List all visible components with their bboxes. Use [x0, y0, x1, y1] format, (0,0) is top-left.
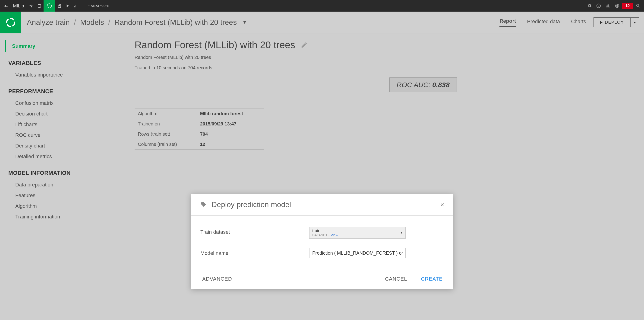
advanced-button[interactable]: ADVANCED	[202, 276, 232, 282]
train-dataset-label: Train dataset	[200, 227, 309, 235]
modal-overlay: Deploy prediction model × Train dataset …	[0, 0, 644, 320]
tag-icon	[200, 201, 207, 208]
close-icon[interactable]: ×	[440, 201, 444, 208]
model-name-label: Model name	[200, 248, 309, 256]
modal-title: Deploy prediction model	[212, 200, 291, 209]
cancel-button[interactable]: CANCEL	[385, 276, 407, 282]
train-dataset-value: train	[312, 228, 402, 233]
chevron-down-icon: ▼	[400, 231, 403, 234]
train-dataset-type: DATASET	[312, 233, 328, 237]
model-name-input[interactable]	[309, 248, 406, 258]
deploy-modal: Deploy prediction model × Train dataset …	[191, 194, 453, 289]
create-button[interactable]: CREATE	[421, 276, 443, 282]
train-dataset-view-link[interactable]: View	[331, 233, 338, 237]
train-dataset-select[interactable]: train DATASET - View ▼	[309, 227, 406, 239]
